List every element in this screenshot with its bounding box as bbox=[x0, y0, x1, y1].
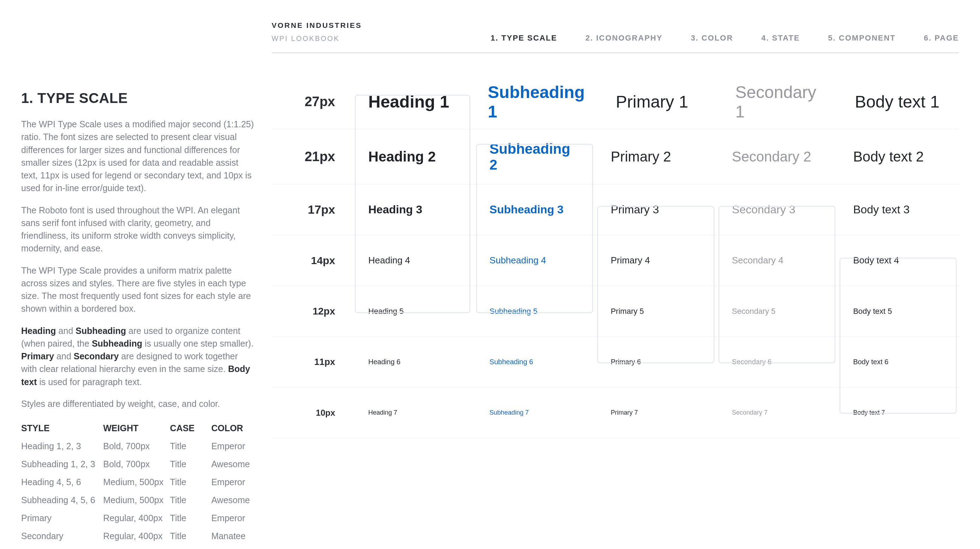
secondary-cell: Secondary 2 bbox=[716, 149, 838, 165]
table-cell-weight: Regular, 400px bbox=[103, 527, 170, 545]
heading-sample: Heading 4 bbox=[368, 255, 410, 266]
heading-cell: Heading 1 bbox=[353, 92, 473, 111]
body-sample: Body text 2 bbox=[853, 149, 924, 165]
table-cell-style: Subheading 1, 2, 3 bbox=[21, 455, 103, 473]
primary-cell: Primary 1 bbox=[600, 92, 720, 111]
scale-row: 21pxHeading 2Subheading 2Primary 2Second… bbox=[272, 129, 959, 184]
sidebar-p2: The Roboto font is used throughout the W… bbox=[21, 204, 254, 255]
heading-cell: Heading 3 bbox=[353, 203, 474, 216]
brand: VORNE INDUSTRIES bbox=[272, 21, 362, 30]
secondary-cell: Secondary 4 bbox=[716, 255, 838, 266]
table-row: Body textRegular, 400pxSentenceEmperor bbox=[21, 545, 254, 549]
style-definition-table: STYLE WEIGHT CASE COLOR Heading 1, 2, 3B… bbox=[21, 419, 254, 549]
table-cell-weight: Medium, 500px bbox=[103, 473, 170, 491]
secondary-cell: Secondary 3 bbox=[716, 203, 838, 216]
table-cell-case: Title bbox=[170, 491, 211, 509]
px-label: 12px bbox=[272, 306, 353, 317]
table-cell-weight: Regular, 400px bbox=[103, 545, 170, 549]
type-scale-grid: 27pxHeading 1Subheading 1Primary 1Second… bbox=[272, 75, 959, 438]
body-cell: Body text 6 bbox=[837, 358, 959, 366]
body-sample: Body text 3 bbox=[853, 203, 910, 216]
th-color: COLOR bbox=[211, 419, 254, 437]
table-cell-case: Title bbox=[170, 509, 211, 527]
scale-row: 17pxHeading 3Subheading 3Primary 3Second… bbox=[272, 184, 959, 235]
subheading-sample: Subheading 4 bbox=[490, 255, 546, 266]
primary-cell: Primary 7 bbox=[595, 409, 716, 416]
sidebar-p5: Styles are differentiated by weight, cas… bbox=[21, 397, 254, 410]
table-row: PrimaryRegular, 400pxTitleEmperor bbox=[21, 509, 254, 527]
secondary-sample: Secondary 3 bbox=[732, 203, 795, 216]
body-cell: Body text 1 bbox=[839, 92, 959, 111]
primary-sample: Primary 2 bbox=[611, 149, 671, 165]
primary-sample: Primary 7 bbox=[611, 409, 638, 416]
secondary-sample: Secondary 1 bbox=[735, 83, 824, 121]
secondary-cell: Secondary 5 bbox=[716, 307, 838, 316]
heading-cell: Heading 5 bbox=[353, 307, 474, 316]
table-row: Heading 1, 2, 3Bold, 700pxTitleEmperor bbox=[21, 437, 254, 455]
scale-row: 11pxHeading 6Subheading 6Primary 6Second… bbox=[272, 337, 959, 387]
heading-sample: Heading 7 bbox=[368, 409, 397, 416]
primary-sample: Primary 6 bbox=[611, 358, 641, 366]
primary-sample: Primary 4 bbox=[611, 255, 650, 266]
header: VORNE INDUSTRIES WPI LOOKBOOK 1. TYPE SC… bbox=[272, 21, 959, 53]
table-cell-case: Title bbox=[170, 473, 211, 491]
table-cell-style: Primary bbox=[21, 509, 103, 527]
table-cell-color: Manatee bbox=[211, 527, 254, 545]
table-cell-weight: Bold, 700px bbox=[103, 437, 170, 455]
nav-item[interactable]: 5. COMPONENT bbox=[828, 33, 895, 43]
secondary-cell: Secondary 1 bbox=[720, 83, 839, 121]
primary-sample: Primary 5 bbox=[611, 307, 644, 316]
subheading-cell: Subheading 2 bbox=[474, 141, 595, 173]
heading-cell: Heading 6 bbox=[353, 358, 474, 366]
nav-item[interactable]: 1. TYPE SCALE bbox=[491, 33, 557, 43]
px-label: 14px bbox=[272, 255, 353, 267]
subheading-cell: Subheading 1 bbox=[473, 83, 600, 121]
heading-cell: Heading 4 bbox=[353, 255, 474, 266]
scale-row: 12pxHeading 5Subheading 5Primary 5Second… bbox=[272, 286, 959, 337]
nav-item[interactable]: 6. PAGE bbox=[924, 33, 959, 43]
body-cell: Body text 3 bbox=[837, 203, 959, 216]
body-sample: Body text 1 bbox=[855, 92, 939, 111]
secondary-sample: Secondary 2 bbox=[732, 149, 811, 165]
subheading-sample: Subheading 1 bbox=[488, 83, 585, 121]
nav-item[interactable]: 3. COLOR bbox=[691, 33, 733, 43]
body-sample: Body text 6 bbox=[853, 358, 888, 366]
table-cell-style: Heading 4, 5, 6 bbox=[21, 473, 103, 491]
th-weight: WEIGHT bbox=[103, 419, 170, 437]
table-cell-case: Title bbox=[170, 437, 211, 455]
table-cell-color: Emperor bbox=[211, 545, 254, 549]
body-cell: Body text 5 bbox=[837, 307, 959, 316]
subheading-cell: Subheading 5 bbox=[474, 307, 595, 316]
subheading-sample: Subheading 2 bbox=[490, 141, 580, 173]
body-sample: Body text 5 bbox=[853, 307, 892, 316]
table-cell-case: Title bbox=[170, 455, 211, 473]
sidebar-title: 1. TYPE SCALE bbox=[21, 88, 254, 108]
nav-item[interactable]: 4. STATE bbox=[761, 33, 800, 43]
table-row: Subheading 4, 5, 6Medium, 500pxTitleAwes… bbox=[21, 491, 254, 509]
table-cell-color: Awesome bbox=[211, 491, 254, 509]
heading-sample: Heading 3 bbox=[368, 203, 422, 216]
heading-sample: Heading 5 bbox=[368, 307, 404, 316]
table-cell-style: Secondary bbox=[21, 527, 103, 545]
subheading-cell: Subheading 7 bbox=[474, 409, 595, 416]
body-sample: Body text 7 bbox=[853, 409, 885, 416]
subheading-cell: Subheading 6 bbox=[474, 358, 595, 366]
table-cell-color: Emperor bbox=[211, 437, 254, 455]
table-cell-weight: Bold, 700px bbox=[103, 455, 170, 473]
px-label: 27px bbox=[272, 94, 353, 109]
body-cell: Body text 2 bbox=[837, 149, 959, 165]
table-cell-weight: Medium, 500px bbox=[103, 491, 170, 509]
heading-cell: Heading 2 bbox=[353, 149, 474, 165]
scale-row: 27pxHeading 1Subheading 1Primary 1Second… bbox=[272, 75, 959, 129]
table-cell-weight: Regular, 400px bbox=[103, 509, 170, 527]
heading-sample: Heading 6 bbox=[368, 358, 400, 366]
th-style: STYLE bbox=[21, 419, 103, 437]
table-cell-color: Awesome bbox=[211, 455, 254, 473]
nav-item[interactable]: 2. ICONOGRAPHY bbox=[585, 33, 662, 43]
px-label: 17px bbox=[272, 203, 353, 216]
heading-sample: Heading 2 bbox=[368, 149, 436, 165]
secondary-cell: Secondary 6 bbox=[716, 358, 838, 366]
subheading-sample: Subheading 7 bbox=[490, 409, 529, 416]
table-cell-case: Title bbox=[170, 527, 211, 545]
secondary-sample: Secondary 7 bbox=[732, 409, 768, 416]
